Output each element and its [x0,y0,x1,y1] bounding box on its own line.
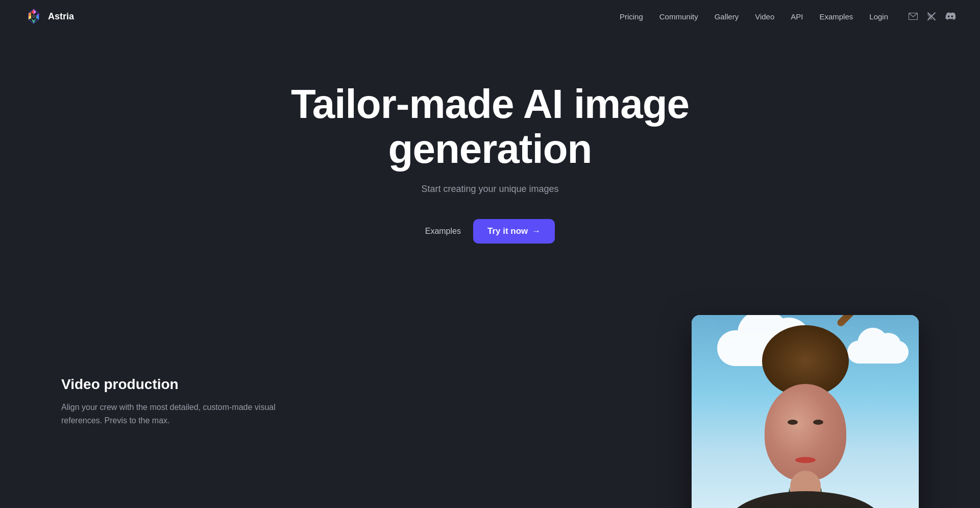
video-image-container [347,315,919,508]
eye-right [813,420,823,425]
brand-name: Astria [48,11,74,22]
nav-links: Pricing Community Gallery Video API Exam… [620,12,955,21]
video-production-description: Align your crew with the most detailed, … [61,401,306,427]
person-lips [795,457,816,463]
person-face [765,384,846,481]
hero-actions: Examples Try it now → [425,219,555,244]
video-text-block: Video production Align your crew with th… [61,315,306,427]
person-eyes [788,420,823,425]
person-body [729,491,882,508]
cta-label: Try it now [487,226,528,236]
svg-point-2 [32,14,36,18]
nav-video[interactable]: Video [755,12,774,21]
eye-left [788,420,798,425]
nav-examples[interactable]: Examples [819,12,853,21]
hero-section: Tailor-made AI image generation Start cr… [0,0,980,284]
cta-arrow: → [532,226,541,236]
nav-gallery[interactable]: Gallery [715,12,739,21]
svg-text:𝕏: 𝕏 [927,13,933,21]
hero-examples-link[interactable]: Examples [425,227,461,236]
nav-pricing[interactable]: Pricing [620,12,643,21]
video-section: Video production Align your crew with th… [0,315,980,508]
video-production-title: Video production [61,376,306,393]
nav-social-icons: 𝕏 [909,12,955,21]
nav-community[interactable]: Community [659,12,698,21]
ai-generated-image [692,315,919,508]
logo-icon [24,7,43,26]
hero-title: Tailor-made AI image generation [209,82,771,172]
try-it-now-button[interactable]: Try it now → [473,219,555,244]
nav-api[interactable]: API [791,12,803,21]
navbar: Astria Pricing Community Gallery Video A… [0,0,980,33]
email-icon[interactable] [909,13,918,20]
person-portrait [719,343,892,508]
twitter-icon[interactable]: 𝕏 [927,12,936,21]
nav-login[interactable]: Login [869,12,888,21]
discord-icon[interactable] [945,12,955,20]
logo[interactable]: Astria [24,7,74,26]
hero-subtitle: Start creating your unique images [421,184,558,195]
